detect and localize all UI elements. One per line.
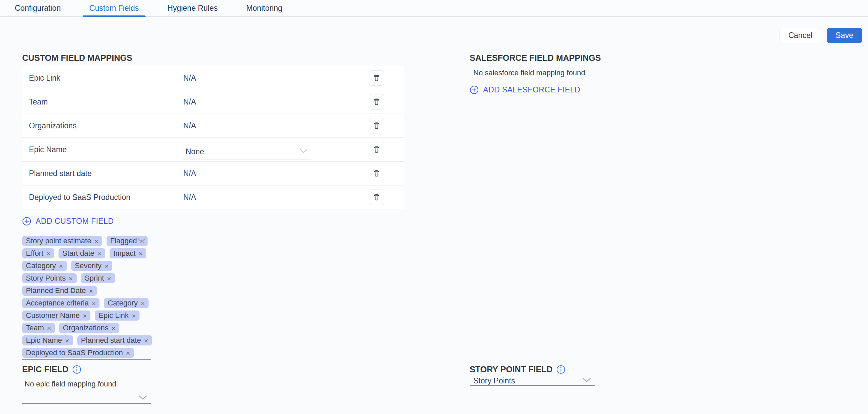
- chip[interactable]: Planned start date ×: [77, 336, 152, 345]
- field-label: Deployed to SaaS Production: [29, 193, 183, 202]
- chip-row: Customer Name × Epic Link ×: [22, 311, 151, 321]
- plus-circle-icon: [22, 217, 31, 226]
- chip-label: Epic Name: [26, 336, 62, 345]
- chip-label: Acceptance criteria: [26, 299, 89, 308]
- chip[interactable]: Impact ×: [110, 248, 146, 258]
- delete-field-button[interactable]: [369, 142, 384, 157]
- tab-label: Monitoring: [246, 4, 282, 13]
- chip-label: Deployed to SaaS Production: [26, 348, 123, 357]
- delete-field-button[interactable]: [369, 94, 384, 109]
- chip[interactable]: Epic Name ×: [22, 336, 73, 345]
- chip-label: Sprint: [85, 274, 104, 283]
- chip[interactable]: Category ×: [104, 298, 149, 308]
- add-custom-field-label: ADD CUSTOM FIELD: [36, 217, 114, 226]
- chip-row: Epic Name × Planned start date ×: [22, 336, 151, 345]
- close-icon[interactable]: ×: [47, 325, 51, 332]
- delete-field-button[interactable]: [369, 190, 384, 205]
- save-button[interactable]: Save: [827, 28, 862, 43]
- close-icon[interactable]: ×: [92, 300, 96, 307]
- chip[interactable]: Story point estimate ×: [22, 236, 102, 246]
- custom-fields-multiselect[interactable]: Story point estimate × Flagged × Effort …: [22, 236, 151, 360]
- chip-row: Team × Organizations ×: [22, 323, 151, 333]
- close-icon[interactable]: ×: [132, 312, 136, 319]
- close-icon[interactable]: ×: [144, 337, 148, 344]
- field-row: Team N/A: [22, 90, 404, 114]
- chip-label: Organizations: [63, 324, 108, 332]
- story-point-field-title: STORY POINT FIELD: [470, 364, 553, 374]
- chip-label: Flagged: [110, 236, 137, 245]
- field-value: N/A: [183, 73, 196, 83]
- close-icon[interactable]: ×: [104, 262, 108, 269]
- chip[interactable]: Organizations ×: [59, 323, 119, 333]
- close-icon[interactable]: ×: [46, 250, 51, 257]
- close-icon[interactable]: ×: [126, 349, 130, 356]
- chip[interactable]: Deployed to SaaS Production ×: [22, 348, 134, 358]
- info-icon[interactable]: [72, 365, 81, 374]
- close-icon[interactable]: ×: [69, 275, 73, 282]
- close-icon[interactable]: ×: [141, 300, 145, 307]
- add-custom-field-button[interactable]: ADD CUSTOM FIELD: [22, 217, 114, 226]
- chip[interactable]: Story Points ×: [22, 273, 76, 283]
- close-icon[interactable]: ×: [112, 325, 116, 332]
- chip[interactable]: Sprint ×: [81, 273, 115, 283]
- close-icon[interactable]: ×: [59, 262, 63, 269]
- close-icon[interactable]: ×: [65, 337, 69, 344]
- close-icon[interactable]: ×: [97, 250, 101, 257]
- chevron-down-icon[interactable]: [137, 238, 146, 244]
- story-point-field-value: Story Points: [470, 376, 515, 385]
- close-icon[interactable]: ×: [94, 237, 98, 245]
- chip[interactable]: Epic Link ×: [95, 311, 140, 321]
- plus-circle-icon: [470, 85, 479, 94]
- chip[interactable]: Severity ×: [71, 261, 113, 271]
- chip-row: Story Points × Sprint ×: [22, 273, 151, 283]
- info-icon[interactable]: [556, 365, 565, 374]
- tab-label: Custom Fields: [89, 4, 139, 13]
- story-point-field-section: STORY POINT FIELD Story Points: [470, 364, 595, 386]
- delete-field-button[interactable]: [369, 70, 384, 86]
- tab-hygiene-rules[interactable]: Hygiene Rules: [161, 0, 224, 17]
- add-salesforce-field-button[interactable]: ADD SALESFORCE FIELD: [470, 85, 580, 94]
- tab-custom-fields[interactable]: Custom Fields: [83, 0, 146, 17]
- salesforce-field-mappings-section: SALESFORCE FIELD MAPPINGS No salesforce …: [470, 53, 624, 96]
- field-value: N/A: [183, 169, 196, 178]
- chip[interactable]: Team ×: [22, 323, 55, 333]
- field-row: Epic Link N/A: [22, 66, 404, 90]
- close-icon[interactable]: ×: [138, 250, 143, 257]
- close-icon[interactable]: ×: [107, 275, 111, 282]
- epic-field-empty-message: No epic field mapping found: [25, 380, 151, 388]
- tab-monitoring[interactable]: Monitoring: [239, 0, 289, 17]
- tab-label: Configuration: [15, 4, 61, 13]
- chip-label: Category: [26, 261, 56, 270]
- custom-field-mappings-table: Epic Link N/A Team N/A: [22, 66, 404, 209]
- close-icon[interactable]: ×: [89, 287, 93, 294]
- trash-icon: [372, 193, 381, 202]
- chip[interactable]: Planned End Date ×: [22, 286, 97, 296]
- chip[interactable]: Customer Name ×: [22, 311, 90, 321]
- field-label: Organizations: [29, 121, 183, 130]
- field-value: N/A: [183, 121, 196, 130]
- chip-row: Deployed to SaaS Production ×: [22, 348, 151, 358]
- epic-field-select[interactable]: [22, 392, 151, 404]
- trash-icon: [372, 145, 381, 154]
- chip-label: Planned End Date: [26, 286, 86, 295]
- close-icon[interactable]: ×: [83, 312, 87, 319]
- trash-icon: [372, 121, 381, 130]
- chip[interactable]: Acceptance criteria ×: [22, 298, 99, 308]
- story-point-field-select[interactable]: Story Points: [470, 376, 595, 386]
- field-row: Planned start date N/A: [22, 162, 404, 186]
- chip[interactable]: Effort ×: [22, 248, 54, 258]
- chip[interactable]: Category ×: [22, 261, 67, 271]
- epic-field-section: EPIC FIELD No epic field mapping found: [22, 364, 151, 404]
- chip-label: Story Points: [26, 274, 66, 283]
- field-value-select[interactable]: None: [183, 144, 311, 160]
- form-actions: Cancel Save: [780, 28, 862, 43]
- delete-field-button[interactable]: [369, 118, 384, 133]
- cancel-button[interactable]: Cancel: [780, 28, 821, 43]
- chip-row: Acceptance criteria × Category ×: [22, 298, 151, 308]
- salesforce-empty-message: No salesforce field mapping found: [473, 69, 624, 77]
- chip[interactable]: Start date ×: [59, 248, 105, 258]
- delete-field-button[interactable]: [369, 166, 384, 181]
- tab-configuration[interactable]: Configuration: [8, 0, 68, 17]
- chip-label: Planned start date: [81, 336, 141, 345]
- chip-row: Story point estimate × Flagged ×: [22, 236, 151, 246]
